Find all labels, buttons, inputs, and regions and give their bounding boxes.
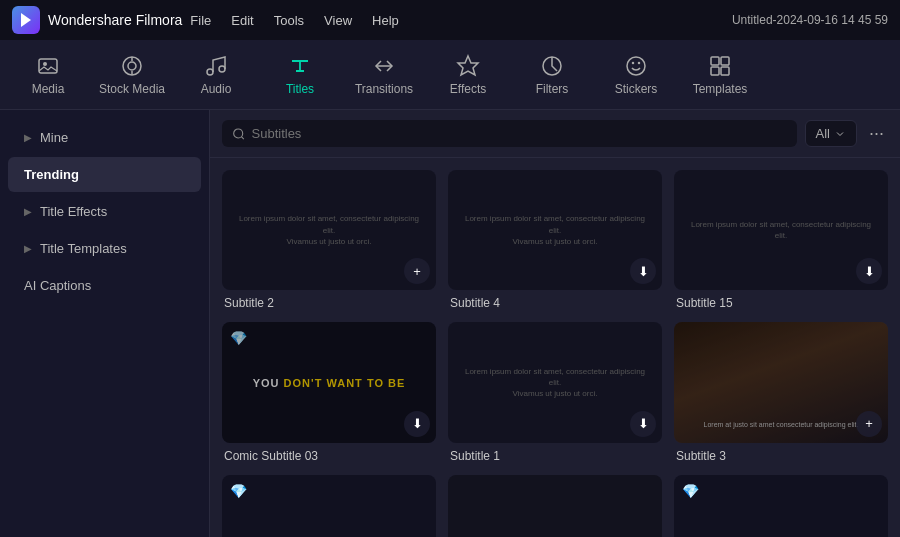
sidebar-item-title-effects[interactable]: ▶ Title Effects xyxy=(8,194,201,229)
filters-icon xyxy=(540,54,564,78)
grid-label-comic-subtitle-03: Comic Subtitle 03 xyxy=(222,449,436,463)
titlebar-menu: File Edit Tools View Help xyxy=(190,13,398,28)
grid-item-subtitle-15[interactable]: Lorem ipsum dolor sit amet, consectetur … xyxy=(674,170,888,310)
grid-label-subtitle-2: Subtitle 2 xyxy=(222,296,436,310)
titlebar: Wondershare Filmora File Edit Tools View… xyxy=(0,0,900,40)
toolbar-audio-label: Audio xyxy=(201,82,232,96)
svg-point-8 xyxy=(219,66,225,72)
grid-label-subtitle-1: Subtitle 1 xyxy=(448,449,662,463)
toolbar-stock-media-label: Stock Media xyxy=(99,82,165,96)
grid-thumb-subtitle-3: Lorem at justo sit amet consectetur adip… xyxy=(674,322,888,442)
grid-thumb-partial-3: 💎 xyxy=(674,475,888,537)
toolbar-templates-label: Templates xyxy=(693,82,748,96)
grid-item-subtitle-4[interactable]: Lorem ipsum dolor sit amet, consectetur … xyxy=(448,170,662,310)
grid-item-subtitle-2[interactable]: Lorem ipsum dolor sit amet, consectetur … xyxy=(222,170,436,310)
app-name: Wondershare Filmora xyxy=(48,12,182,28)
thumb-overlay-subtitle-1: ⬇ xyxy=(448,322,662,442)
more-options-button[interactable]: ··· xyxy=(865,123,888,144)
thumb-overlay-subtitle-3: + xyxy=(674,322,888,442)
toolbar-stickers[interactable]: Stickers xyxy=(596,44,676,106)
chevron-down-icon xyxy=(834,128,846,140)
svg-rect-17 xyxy=(721,67,729,75)
grid-label-subtitle-15: Subtitle 15 xyxy=(674,296,888,310)
svg-point-11 xyxy=(627,57,645,75)
sidebar-item-ai-captions[interactable]: AI Captions xyxy=(8,268,201,303)
menu-view[interactable]: View xyxy=(324,13,352,28)
svg-marker-0 xyxy=(21,13,31,27)
toolbar-titles[interactable]: Titles xyxy=(260,44,340,106)
toolbar-stock-media[interactable]: Stock Media xyxy=(92,44,172,106)
content-area: All ··· Lorem ipsum dolor sit amet, cons… xyxy=(210,110,900,537)
grid-thumb-subtitle-4: Lorem ipsum dolor sit amet, consectetur … xyxy=(448,170,662,290)
download-button-comic-subtitle-03[interactable]: ⬇ xyxy=(404,411,430,437)
grid-thumb-subtitle-1: Lorem ipsum dolor sit amet, consectetur … xyxy=(448,322,662,442)
search-icon xyxy=(232,127,246,141)
sidebar-item-title-effects-label: Title Effects xyxy=(40,204,107,219)
stickers-icon xyxy=(624,54,648,78)
sidebar: ▶ Mine Trending ▶ Title Effects ▶ Title … xyxy=(0,110,210,537)
download-button-subtitle-1[interactable]: ⬇ xyxy=(630,411,656,437)
toolbar: Media Stock Media Audio Titles xyxy=(0,40,900,110)
toolbar-filters[interactable]: Filters xyxy=(512,44,592,106)
main-layout: ▶ Mine Trending ▶ Title Effects ▶ Title … xyxy=(0,110,900,537)
toolbar-audio[interactable]: Audio xyxy=(176,44,256,106)
toolbar-effects[interactable]: Effects xyxy=(428,44,508,106)
svg-rect-14 xyxy=(711,57,719,65)
sidebar-item-trending[interactable]: Trending xyxy=(8,157,201,192)
grid-item-subtitle-3[interactable]: Lorem at justo sit amet consectetur adip… xyxy=(674,322,888,462)
svg-point-18 xyxy=(234,128,243,137)
search-input-wrapper[interactable] xyxy=(222,120,797,147)
svg-marker-9 xyxy=(458,56,478,75)
grid-thumb-comic-subtitle-03: 💎 YOU DON'T WANT TO BE ⬇ xyxy=(222,322,436,442)
svg-rect-15 xyxy=(721,57,729,65)
grid-item-subtitle-1[interactable]: Lorem ipsum dolor sit amet, consectetur … xyxy=(448,322,662,462)
filter-label: All xyxy=(816,126,830,141)
toolbar-templates[interactable]: Templates xyxy=(680,44,760,106)
titles-icon xyxy=(288,54,312,78)
grid-item-partial-3[interactable]: 💎 xyxy=(674,475,888,537)
sidebar-item-mine[interactable]: ▶ Mine xyxy=(8,120,201,155)
grid-thumb-partial-1: 💎 xyxy=(222,475,436,537)
menu-help[interactable]: Help xyxy=(372,13,399,28)
menu-file[interactable]: File xyxy=(190,13,211,28)
sidebar-item-title-templates-label: Title Templates xyxy=(40,241,127,256)
svg-point-7 xyxy=(207,69,213,75)
toolbar-stickers-label: Stickers xyxy=(615,82,658,96)
window-title: Untitled-2024-09-16 14 45 59 xyxy=(732,13,888,27)
toolbar-transitions-label: Transitions xyxy=(355,82,413,96)
sidebar-item-mine-label: Mine xyxy=(40,130,68,145)
toolbar-titles-label: Titles xyxy=(286,82,314,96)
thumb-overlay-subtitle-4: ⬇ xyxy=(448,170,662,290)
content-grid: Lorem ipsum dolor sit amet, consectetur … xyxy=(210,158,900,537)
stock-media-icon xyxy=(120,54,144,78)
chevron-right-icon-effects: ▶ xyxy=(24,206,32,217)
gem-icon-partial-3: 💎 xyxy=(682,483,699,499)
app-logo xyxy=(12,6,40,34)
svg-point-2 xyxy=(43,62,47,66)
sidebar-item-title-templates[interactable]: ▶ Title Templates xyxy=(8,231,201,266)
gem-icon-partial-1: 💎 xyxy=(230,483,247,499)
transitions-icon xyxy=(372,54,396,78)
thumb-overlay-subtitle-2: + xyxy=(222,170,436,290)
toolbar-effects-label: Effects xyxy=(450,82,486,96)
grid-thumb-partial-2 xyxy=(448,475,662,537)
menu-edit[interactable]: Edit xyxy=(231,13,253,28)
thumb-overlay-subtitle-15: ⬇ xyxy=(674,170,888,290)
grid-item-partial-2[interactable] xyxy=(448,475,662,537)
menu-tools[interactable]: Tools xyxy=(274,13,304,28)
search-input[interactable] xyxy=(252,126,787,141)
grid-item-comic-subtitle-03[interactable]: 💎 YOU DON'T WANT TO BE ⬇ Comic Subtitle … xyxy=(222,322,436,462)
grid-item-partial-1[interactable]: 💎 xyxy=(222,475,436,537)
add-button-subtitle-3[interactable]: + xyxy=(856,411,882,437)
download-button-subtitle-15[interactable]: ⬇ xyxy=(856,258,882,284)
thumb-overlay-comic-subtitle-03: ⬇ xyxy=(222,322,436,442)
filter-dropdown[interactable]: All xyxy=(805,120,857,147)
add-button-subtitle-2[interactable]: + xyxy=(404,258,430,284)
chevron-right-icon: ▶ xyxy=(24,132,32,143)
chevron-right-icon-templates: ▶ xyxy=(24,243,32,254)
download-button-subtitle-4[interactable]: ⬇ xyxy=(630,258,656,284)
media-icon xyxy=(36,54,60,78)
toolbar-transitions[interactable]: Transitions xyxy=(344,44,424,106)
toolbar-media[interactable]: Media xyxy=(8,44,88,106)
grid-thumb-subtitle-2: Lorem ipsum dolor sit amet, consectetur … xyxy=(222,170,436,290)
